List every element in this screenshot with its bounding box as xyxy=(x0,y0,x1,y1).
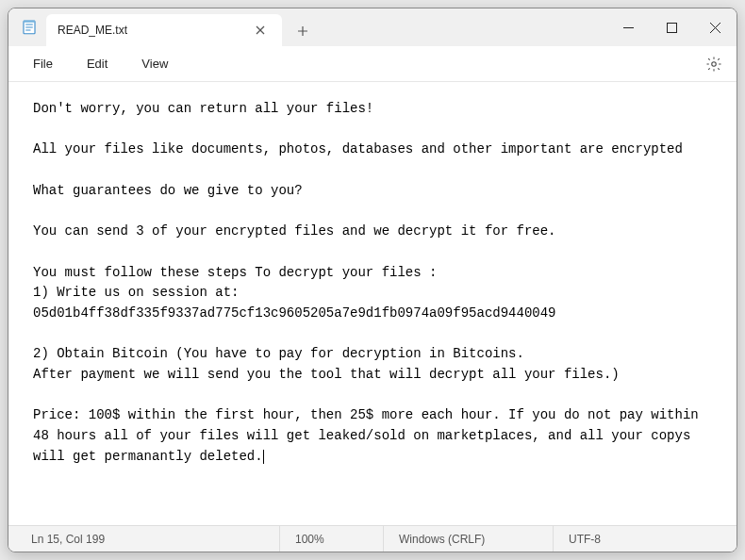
menubar: File Edit View xyxy=(8,46,737,82)
close-window-button[interactable] xyxy=(693,8,737,46)
notepad-icon xyxy=(20,18,39,37)
tab-readme[interactable]: READ_ME.txt xyxy=(46,14,282,46)
minimize-button[interactable] xyxy=(606,8,650,46)
text-caret xyxy=(263,450,264,464)
status-cursor-position[interactable]: Ln 15, Col 199 xyxy=(16,526,280,552)
notepad-window: READ_ME.txt File Edit View xyxy=(8,8,737,552)
menu-edit[interactable]: Edit xyxy=(70,51,124,76)
status-line-ending[interactable]: Windows (CRLF) xyxy=(384,526,554,552)
menu-file[interactable]: File xyxy=(16,51,70,76)
status-zoom[interactable]: 100% xyxy=(280,526,384,552)
tab-area: READ_ME.txt xyxy=(8,8,606,46)
text-editor[interactable]: Don't worry, you can return all your fil… xyxy=(8,82,737,525)
settings-button[interactable] xyxy=(699,49,729,79)
titlebar: READ_ME.txt xyxy=(8,8,737,46)
new-tab-button[interactable] xyxy=(288,16,318,46)
statusbar: Ln 15, Col 199 100% Windows (CRLF) UTF-8 xyxy=(8,525,737,552)
window-controls xyxy=(606,8,737,46)
document-content: Don't worry, you can return all your fil… xyxy=(33,101,706,464)
svg-point-13 xyxy=(712,61,717,66)
status-encoding[interactable]: UTF-8 xyxy=(554,526,729,552)
svg-rect-10 xyxy=(667,23,676,32)
maximize-button[interactable] xyxy=(650,8,693,46)
svg-rect-4 xyxy=(24,21,35,23)
close-tab-button[interactable] xyxy=(250,20,271,41)
menu-view[interactable]: View xyxy=(124,51,185,76)
tab-title: READ_ME.txt xyxy=(58,24,242,37)
